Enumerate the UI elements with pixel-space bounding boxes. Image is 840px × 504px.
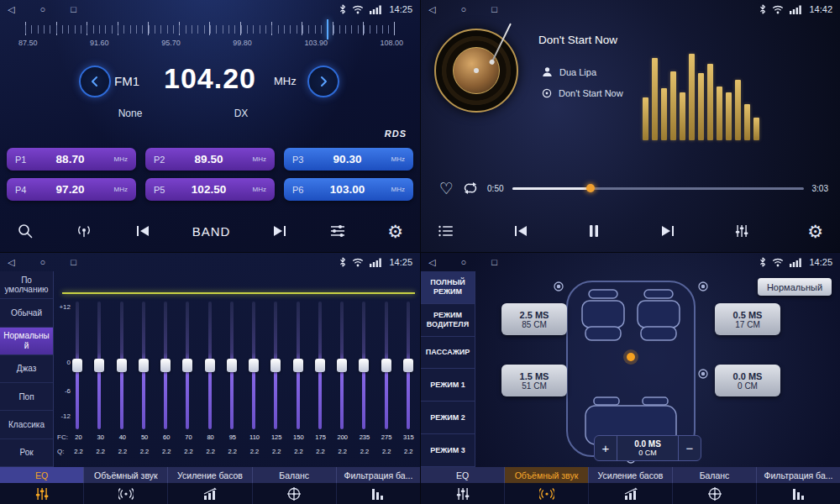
playlist-icon[interactable]	[438, 224, 454, 238]
preset-p5[interactable]: P5102.50MHz	[145, 178, 275, 201]
tab-bass-boost[interactable]: Усиление басов	[589, 467, 673, 483]
recents-icon[interactable]: □	[491, 258, 497, 267]
home-icon[interactable]: ○	[460, 5, 466, 14]
tab-surround[interactable]: Объёмный звук	[84, 467, 168, 483]
eq-preset-pop[interactable]: Поп	[0, 383, 53, 411]
eq-band-slider[interactable]	[160, 302, 171, 429]
back-icon[interactable]: ◁	[8, 5, 14, 14]
slider-handle[interactable]	[270, 359, 281, 372]
filter-tab-icon[interactable]	[757, 483, 840, 504]
front-right-delay-button[interactable]: 0.5 MS 17 CM	[715, 303, 780, 335]
eq-preset-custom[interactable]: Обычай	[0, 299, 53, 327]
bass-boost-tab-icon[interactable]	[168, 483, 252, 504]
eq-band-slider[interactable]	[117, 302, 127, 429]
preset-p6[interactable]: P6103.00MHz	[284, 178, 413, 201]
mode-3[interactable]: РЕЖИМ 3	[421, 434, 475, 467]
tune-up-button[interactable]	[307, 66, 339, 97]
slider-handle[interactable]	[205, 359, 215, 372]
mode-2[interactable]: РЕЖИМ 2	[421, 402, 475, 434]
balance-tab-icon[interactable]	[673, 483, 757, 504]
back-icon[interactable]: ◁	[428, 258, 435, 267]
eq-band-slider[interactable]	[293, 302, 303, 429]
mode-full[interactable]: ПОЛНЫЙ РЕЖИМ	[421, 271, 475, 304]
slider-handle[interactable]	[403, 359, 413, 372]
scan-icon[interactable]	[17, 223, 34, 239]
mode-driver[interactable]: РЕЖИМ ВОДИТЕЛЯ	[421, 304, 475, 337]
eq-band-slider[interactable]	[182, 302, 192, 429]
progress-knob[interactable]	[586, 184, 595, 192]
home-icon[interactable]: ○	[39, 5, 45, 14]
eq-band-slider[interactable]	[205, 302, 215, 429]
progress-bar[interactable]	[512, 187, 804, 190]
repeat-icon[interactable]	[462, 181, 479, 195]
eq-band-slider[interactable]	[381, 302, 391, 429]
recents-icon[interactable]: □	[491, 5, 497, 14]
eq-band-slider[interactable]	[337, 302, 347, 429]
preset-p3[interactable]: P390.30MHz	[284, 148, 413, 171]
eq-band-slider[interactable]	[227, 302, 237, 429]
eq-tab-icon[interactable]	[421, 483, 505, 504]
bass-boost-tab-icon[interactable]	[589, 483, 673, 504]
preset-p1[interactable]: P188.70MHz	[7, 148, 136, 171]
rear-left-delay-button[interactable]: 1.5 MS 51 CM	[501, 365, 567, 396]
surround-tab-icon[interactable]	[505, 483, 589, 504]
eq-band-slider[interactable]	[139, 302, 149, 429]
eq-preset-jazz[interactable]: Джаз	[0, 355, 53, 383]
back-icon[interactable]: ◁	[8, 258, 14, 267]
decrease-delay-button[interactable]: −	[678, 436, 701, 460]
home-icon[interactable]: ○	[39, 258, 45, 267]
slider-handle[interactable]	[94, 359, 104, 372]
eq-band-slider[interactable]	[359, 302, 369, 429]
eq-band-slider[interactable]	[315, 302, 325, 429]
next-station-icon[interactable]	[271, 224, 288, 238]
slider-handle[interactable]	[227, 359, 237, 372]
eq-band-slider[interactable]	[403, 302, 413, 429]
previous-station-icon[interactable]	[134, 224, 151, 238]
tab-surround[interactable]: Объёмный звук	[505, 467, 589, 483]
slider-handle[interactable]	[381, 359, 391, 372]
slider-handle[interactable]	[249, 359, 259, 372]
settings-gear-icon[interactable]: ⚙	[387, 223, 403, 240]
filter-tab-icon[interactable]	[337, 483, 420, 504]
tab-bass-boost[interactable]: Усиление басов	[168, 467, 252, 483]
tune-down-button[interactable]	[79, 66, 111, 97]
preset-p2[interactable]: P289.50MHz	[145, 148, 275, 171]
tab-balance[interactable]: Баланс	[253, 467, 337, 483]
equalizer-icon[interactable]	[734, 223, 749, 239]
eq-band-slider[interactable]	[72, 302, 82, 429]
mode-1[interactable]: РЕЖИМ 1	[421, 369, 475, 402]
mode-passenger[interactable]: ПАССАЖИР	[421, 337, 475, 370]
eq-preset-normal[interactable]: Нормальный	[0, 328, 53, 355]
slider-handle[interactable]	[72, 359, 82, 372]
tab-filter[interactable]: Фильтрация ба...	[757, 467, 840, 483]
eq-band-slider[interactable]	[270, 302, 281, 429]
slider-handle[interactable]	[117, 359, 127, 372]
eq-tab-icon[interactable]	[0, 483, 84, 504]
recents-icon[interactable]: □	[71, 258, 76, 267]
next-track-icon[interactable]	[659, 224, 676, 238]
slider-handle[interactable]	[359, 359, 369, 372]
increase-delay-button[interactable]: +	[595, 436, 617, 460]
previous-track-icon[interactable]	[512, 224, 529, 238]
eq-preset-rock[interactable]: Рок	[0, 439, 53, 467]
recents-icon[interactable]: □	[71, 5, 76, 14]
slider-handle[interactable]	[182, 359, 192, 372]
front-left-delay-button[interactable]: 2.5 MS 85 CM	[501, 303, 567, 335]
sliders-icon[interactable]	[329, 223, 346, 239]
preset-p4[interactable]: P497.20MHz	[7, 178, 136, 201]
eq-band-slider[interactable]	[249, 302, 259, 429]
slider-handle[interactable]	[315, 359, 325, 372]
eq-preset-default[interactable]: По умолчанию	[0, 271, 53, 299]
slider-handle[interactable]	[293, 359, 303, 372]
back-icon[interactable]: ◁	[428, 5, 435, 14]
favorite-icon[interactable]: ♡	[439, 181, 454, 197]
broadcast-icon[interactable]	[75, 223, 93, 239]
tab-balance[interactable]: Баланс	[673, 467, 757, 483]
tab-eq[interactable]: EQ	[421, 467, 505, 483]
surround-tab-icon[interactable]	[84, 483, 168, 504]
pause-icon[interactable]	[587, 223, 601, 239]
slider-handle[interactable]	[139, 359, 149, 372]
slider-handle[interactable]	[160, 359, 171, 372]
rear-right-delay-button[interactable]: 0.0 MS 0 CM	[715, 365, 780, 396]
slider-handle[interactable]	[337, 359, 347, 372]
